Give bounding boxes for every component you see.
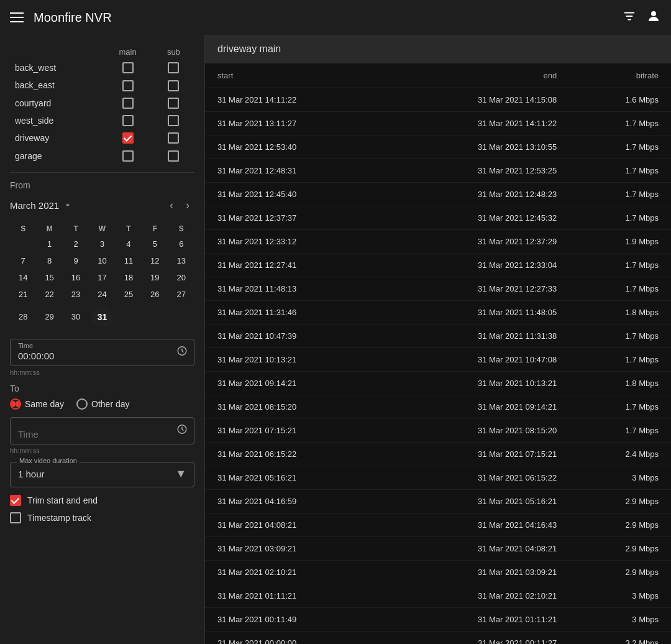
camera-main-checkbox[interactable]	[122, 98, 134, 109]
camera-sub-checkbox[interactable]	[168, 150, 179, 162]
table-row[interactable]: 31 Mar 2021 10:13:21 31 Mar 2021 10:47:0…	[205, 348, 671, 372]
cal-day[interactable]: 22	[36, 286, 62, 303]
row-end: 31 Mar 2021 10:47:08	[387, 348, 569, 372]
cal-day[interactable]: 6	[168, 236, 194, 252]
to-time-input[interactable]	[18, 429, 168, 439]
camera-main-checkbox[interactable]	[122, 62, 134, 73]
camera-main-checkbox[interactable]	[122, 115, 134, 126]
cal-day[interactable]: 30	[63, 303, 89, 331]
table-row[interactable]: 31 Mar 2021 04:08:21 31 Mar 2021 04:16:4…	[205, 513, 671, 537]
cal-day[interactable]: 2	[63, 236, 89, 252]
cal-day[interactable]: 21	[10, 286, 36, 303]
camera-main-checkbox[interactable]	[122, 80, 134, 91]
cal-day[interactable]: 26	[142, 286, 168, 303]
camera-sub-checkbox[interactable]	[168, 62, 179, 73]
prev-month-button[interactable]: ‹	[165, 196, 178, 214]
table-row[interactable]: 31 Mar 2021 12:53:40 31 Mar 2021 13:10:5…	[205, 136, 671, 159]
timestamp-checkbox[interactable]	[10, 512, 21, 523]
table-row[interactable]: 31 Mar 2021 03:09:21 31 Mar 2021 04:08:2…	[205, 537, 671, 561]
table-row[interactable]: 31 Mar 2021 09:14:21 31 Mar 2021 10:13:2…	[205, 372, 671, 395]
table-row[interactable]: 31 Mar 2021 05:16:21 31 Mar 2021 06:15:2…	[205, 466, 671, 490]
calendar: SMTWTFS 12345678910111213141516171819202…	[10, 222, 194, 331]
cal-day-header: W	[89, 222, 115, 236]
cal-day[interactable]: 8	[36, 252, 62, 269]
table-row[interactable]: 31 Mar 2021 04:16:59 31 Mar 2021 05:16:2…	[205, 490, 671, 513]
cal-day[interactable]: 17	[89, 269, 115, 286]
table-row[interactable]: 31 Mar 2021 14:11:22 31 Mar 2021 14:15:0…	[205, 88, 671, 112]
cal-day[interactable]: 25	[116, 286, 142, 303]
cal-day[interactable]: 7	[10, 252, 36, 269]
table-row[interactable]: 31 Mar 2021 00:00:00 31 Mar 2021 00:11:2…	[205, 632, 671, 645]
header: Moonfire NVR	[0, 0, 671, 35]
table-row[interactable]: 31 Mar 2021 10:47:39 31 Mar 2021 11:31:3…	[205, 324, 671, 348]
account-icon[interactable]	[646, 9, 661, 26]
other-day-radio[interactable]	[76, 398, 88, 410]
same-day-radio[interactable]	[10, 398, 21, 410]
same-day-option[interactable]: Same day	[10, 398, 64, 410]
cal-day[interactable]: 16	[63, 269, 89, 286]
cal-day[interactable]: 13	[168, 252, 194, 269]
cal-day[interactable]: 28	[10, 303, 36, 331]
col-camera-name	[10, 45, 103, 59]
from-label: From	[10, 180, 194, 190]
cal-day[interactable]: 11	[116, 252, 142, 269]
table-row[interactable]: 31 Mar 2021 12:37:37 31 Mar 2021 12:45:3…	[205, 206, 671, 230]
cal-day[interactable]: 14	[10, 269, 36, 286]
cal-day[interactable]: 20	[168, 269, 194, 286]
col-bitrate-header: bitrate	[569, 63, 671, 88]
table-row[interactable]: 31 Mar 2021 12:33:12 31 Mar 2021 12:37:2…	[205, 230, 671, 254]
cal-day[interactable]: 5	[142, 236, 168, 252]
camera-main-checkbox[interactable]	[122, 132, 134, 144]
col-end-header: end	[387, 63, 569, 88]
cal-day[interactable]: 31	[89, 303, 115, 331]
row-start: 31 Mar 2021 11:31:46	[205, 301, 387, 324]
trim-label[interactable]: Trim start and end	[27, 495, 98, 505]
table-row[interactable]: 31 Mar 2021 12:27:41 31 Mar 2021 12:33:0…	[205, 254, 671, 277]
table-row[interactable]: 31 Mar 2021 02:10:21 31 Mar 2021 03:09:2…	[205, 561, 671, 584]
cal-day[interactable]: 23	[63, 286, 89, 303]
main-content: driveway main start end bitrate 31 Mar 2…	[205, 35, 671, 644]
camera-main-checkbox[interactable]	[122, 150, 134, 162]
table-row[interactable]: 31 Mar 2021 11:31:46 31 Mar 2021 11:48:0…	[205, 301, 671, 324]
table-row[interactable]: 31 Mar 2021 08:15:20 31 Mar 2021 09:14:2…	[205, 395, 671, 419]
cal-day[interactable]: 15	[36, 269, 62, 286]
filter-icon[interactable]	[623, 9, 636, 25]
col-start-header: start	[205, 63, 387, 88]
timestamp-label[interactable]: Timestamp track	[27, 513, 91, 523]
from-time-input-wrap: Time	[10, 339, 194, 366]
table-row[interactable]: 31 Mar 2021 01:11:21 31 Mar 2021 02:10:2…	[205, 584, 671, 608]
cal-day[interactable]: 19	[142, 269, 168, 286]
next-month-button[interactable]: ›	[181, 196, 194, 214]
cal-day[interactable]: 29	[36, 303, 62, 331]
table-row[interactable]: 31 Mar 2021 07:15:21 31 Mar 2021 08:15:2…	[205, 419, 671, 443]
cal-day[interactable]: 1	[36, 236, 62, 252]
month-display-button[interactable]: March 2021	[10, 200, 162, 211]
trim-checkbox[interactable]	[10, 495, 21, 506]
camera-sub-checkbox[interactable]	[168, 80, 179, 91]
cal-day[interactable]: 27	[168, 286, 194, 303]
cal-day[interactable]: 3	[89, 236, 115, 252]
cal-day[interactable]: 4	[116, 236, 142, 252]
from-time-input[interactable]	[18, 351, 168, 361]
camera-sub-checkbox[interactable]	[168, 98, 179, 109]
cal-day[interactable]: 10	[89, 252, 115, 269]
table-row[interactable]: 31 Mar 2021 12:48:31 31 Mar 2021 12:53:2…	[205, 159, 671, 183]
other-day-option[interactable]: Other day	[76, 398, 129, 410]
table-row[interactable]: 31 Mar 2021 12:45:40 31 Mar 2021 12:48:2…	[205, 183, 671, 206]
duration-select[interactable]: 30 minutes1 hour2 hours4 hours8 hours	[18, 469, 175, 479]
time-clock-icon[interactable]	[176, 345, 188, 359]
cal-day[interactable]: 12	[142, 252, 168, 269]
row-end: 31 Mar 2021 05:16:21	[387, 490, 569, 513]
cal-day[interactable]: 9	[63, 252, 89, 269]
table-row[interactable]: 31 Mar 2021 00:11:49 31 Mar 2021 01:11:2…	[205, 608, 671, 632]
table-row[interactable]: 31 Mar 2021 06:15:22 31 Mar 2021 07:15:2…	[205, 443, 671, 466]
cal-day[interactable]: 24	[89, 286, 115, 303]
row-bitrate: 3 Mbps	[569, 466, 671, 490]
camera-sub-checkbox[interactable]	[168, 115, 179, 126]
menu-icon[interactable]	[10, 12, 24, 22]
cal-day[interactable]: 18	[116, 269, 142, 286]
table-row[interactable]: 31 Mar 2021 13:11:27 31 Mar 2021 14:11:2…	[205, 112, 671, 136]
to-time-clock-icon[interactable]	[176, 423, 188, 438]
camera-sub-checkbox[interactable]	[168, 132, 179, 144]
table-row[interactable]: 31 Mar 2021 11:48:13 31 Mar 2021 12:27:3…	[205, 277, 671, 301]
